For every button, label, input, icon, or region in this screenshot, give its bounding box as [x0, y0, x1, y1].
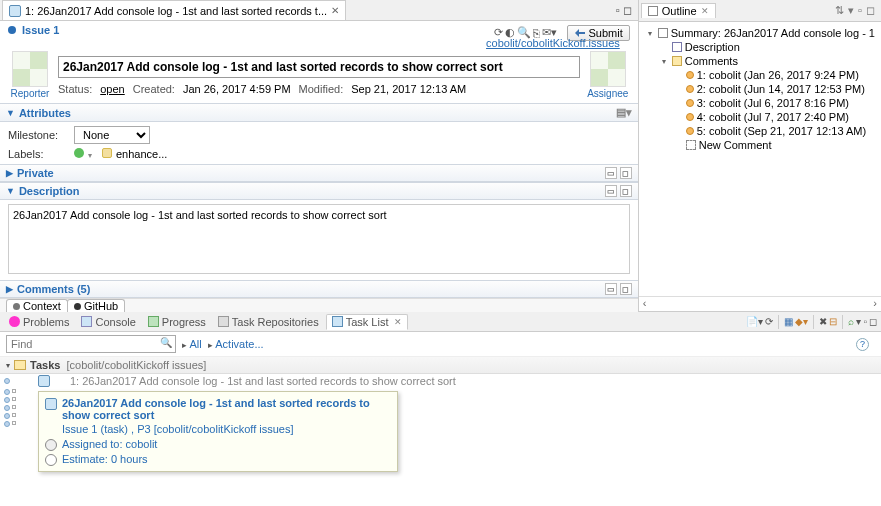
task-tooltip: 26Jan2017 Add console log - 1st and last…: [38, 391, 398, 472]
label-dropdown-icon[interactable]: ▾: [88, 151, 92, 160]
private-section-header[interactable]: ▶ Private ▭◻: [0, 164, 638, 182]
close-icon[interactable]: ✕: [701, 6, 709, 16]
outline-summary-node[interactable]: ▾Summary: 26Jan2017 Add console log - 1: [645, 26, 875, 40]
outline-comments-node[interactable]: ▾Comments: [645, 54, 875, 68]
minimize-icon[interactable]: ▫: [616, 4, 620, 17]
comments-restore-icon[interactable]: ▭: [605, 283, 617, 295]
close-icon[interactable]: ✕: [331, 5, 339, 16]
attributes-section-header[interactable]: ▼ Attributes ▤▾: [0, 103, 638, 122]
issue-bullet-icon: [8, 26, 16, 34]
context-tab-github[interactable]: GitHub: [67, 299, 125, 312]
outline-max-icon[interactable]: ◻: [866, 4, 875, 17]
reporter-avatar: [12, 51, 48, 87]
comments-section-header[interactable]: ▶ Comments (5) ▭◻: [0, 280, 638, 298]
assignee-label[interactable]: Assignee: [587, 88, 628, 99]
scroll-right-icon[interactable]: ›: [873, 297, 877, 309]
reporter-label[interactable]: Reporter: [11, 88, 50, 99]
outline-new-comment-node[interactable]: New Comment: [645, 138, 875, 152]
attributes-label: Attributes: [19, 107, 71, 119]
clock-icon: [45, 454, 57, 466]
modified-label: Modified:: [299, 83, 344, 95]
task-label: 1: 26Jan2017 Add console log - 1st and l…: [54, 375, 456, 387]
schedule-icon[interactable]: ◆▾: [795, 316, 808, 327]
refresh-icon[interactable]: ⟳: [765, 316, 773, 327]
outline-comment-item[interactable]: 1: cobolit (Jan 26, 2017 9:24 PM): [645, 68, 875, 82]
outline-comment-item[interactable]: 2: cobolit (Jun 14, 2017 12:53 PM): [645, 82, 875, 96]
tooltip-assigned: Assigned to: cobolit: [62, 438, 157, 450]
comments-max-icon[interactable]: ◻: [620, 283, 632, 295]
outline-comment-item[interactable]: 4: cobolit (Jul 7, 2017 2:40 PM): [645, 110, 875, 124]
chevron-right-icon: ▶: [6, 168, 13, 178]
attributes-menu-icon[interactable]: ▤▾: [616, 106, 632, 119]
tab-console[interactable]: Console: [76, 315, 140, 329]
status-value[interactable]: open: [100, 83, 124, 95]
problems-icon: [9, 316, 20, 327]
context-tab-context[interactable]: Context: [6, 299, 68, 312]
new-task-icon[interactable]: 📄▾: [746, 316, 763, 327]
chevron-down-icon: ▼: [6, 108, 15, 118]
outline-tab[interactable]: Outline ✕: [641, 3, 716, 18]
task-list-icon: [332, 316, 343, 327]
tasks-category-header[interactable]: ▾ Tasks [cobolit/cobolitKickoff issues]: [0, 357, 881, 374]
issue-title-input[interactable]: [58, 56, 580, 78]
tooltip-estimate: Estimate: 0 hours: [62, 453, 148, 465]
description-label: Description: [19, 185, 80, 197]
person-icon: [45, 439, 57, 451]
description-section-header[interactable]: ▼ Description ▭◻: [0, 182, 638, 200]
close-icon[interactable]: ✕: [394, 317, 402, 327]
labels-label: Labels:: [8, 148, 68, 160]
view-menu-icon[interactable]: ▾: [856, 316, 861, 327]
private-max-icon[interactable]: ◻: [620, 167, 632, 179]
label-enhance[interactable]: enhance...: [116, 148, 167, 160]
scroll-left-icon[interactable]: ‹: [643, 297, 647, 309]
progress-icon: [148, 316, 159, 327]
outline-sort-icon[interactable]: ⇅: [835, 4, 844, 17]
editor-tab-label: 1: 26Jan2017 Add console log - 1st and l…: [25, 5, 327, 17]
milestone-label: Milestone:: [8, 129, 68, 141]
assignee-avatar: [590, 51, 626, 87]
description-textarea[interactable]: 26Jan2017 Add console log - 1st and last…: [8, 204, 630, 274]
tooltip-title: 26Jan2017 Add console log - 1st and last…: [62, 397, 391, 421]
editor-tab-bar: 1: 26Jan2017 Add console log - 1st and l…: [0, 0, 638, 21]
label-green-icon: [74, 148, 84, 158]
tab-problems[interactable]: Problems: [4, 315, 74, 329]
task-icon: [9, 5, 21, 17]
private-label: Private: [17, 167, 54, 179]
outline-menu-icon[interactable]: ▾: [848, 4, 854, 17]
tab-task-repositories[interactable]: Task Repositories: [213, 315, 324, 329]
desc-restore-icon[interactable]: ▭: [605, 185, 617, 197]
tooltip-subtitle: Issue 1 (task) , P3 [cobolit/cobolitKick…: [62, 423, 294, 435]
collapse-icon[interactable]: ⊟: [829, 316, 837, 327]
panel-max-icon[interactable]: ◻: [869, 316, 877, 327]
private-restore-icon[interactable]: ▭: [605, 167, 617, 179]
issue-heading: Issue 1: [22, 24, 59, 36]
categorize-icon[interactable]: ▦: [784, 316, 793, 327]
milestone-select[interactable]: None: [74, 126, 150, 144]
editor-tab[interactable]: 1: 26Jan2017 Add console log - 1st and l…: [2, 0, 346, 20]
outline-description-node[interactable]: Description: [645, 40, 875, 54]
desc-max-icon[interactable]: ◻: [620, 185, 632, 197]
status-label: Status:: [58, 83, 92, 95]
task-icon: [38, 375, 50, 387]
maximize-icon[interactable]: ◻: [623, 4, 632, 17]
filter-icon[interactable]: ⌕: [848, 316, 854, 327]
github-icon: [74, 303, 81, 310]
panel-min-icon[interactable]: ▫: [863, 316, 867, 327]
chevron-right-icon: ▶: [6, 284, 13, 294]
task-row[interactable]: 1: 26Jan2017 Add console log - 1st and l…: [0, 374, 881, 388]
repository-breadcrumb[interactable]: cobolit/cobolitKickoff.issues: [486, 37, 628, 49]
outline-comment-item[interactable]: 3: cobolit (Jul 6, 2017 8:16 PM): [645, 96, 875, 110]
find-input[interactable]: [6, 335, 176, 353]
outline-comment-item[interactable]: 5: cobolit (Sep 21, 2017 12:13 AM): [645, 124, 875, 138]
filter-all[interactable]: All: [182, 338, 202, 350]
task-repos-icon: [218, 316, 229, 327]
help-icon[interactable]: ?: [856, 338, 869, 351]
chevron-down-icon: ▼: [6, 186, 15, 196]
outline-min-icon[interactable]: ▫: [858, 4, 862, 17]
filter-activate[interactable]: Activate...: [208, 338, 264, 350]
incoming-icon: [4, 378, 10, 384]
tab-task-list[interactable]: Task List✕: [326, 314, 409, 330]
focus-icon[interactable]: ✖: [819, 316, 827, 327]
tab-progress[interactable]: Progress: [143, 315, 211, 329]
search-icon[interactable]: 🔍: [160, 337, 172, 348]
